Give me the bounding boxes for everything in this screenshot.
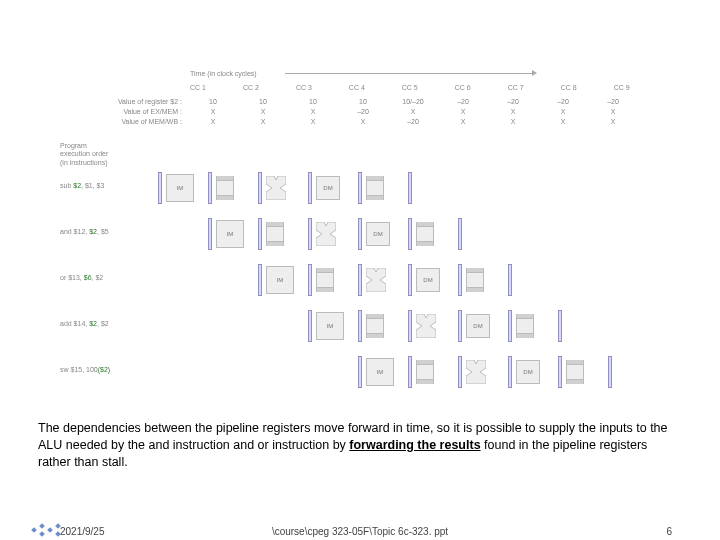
pipeline-register-icon <box>408 218 412 250</box>
instruction-label: add $14, $2, $2 <box>60 320 160 327</box>
im-stage-icon: IM <box>316 312 344 340</box>
dm-stage-icon: DM <box>416 268 440 292</box>
pipeline-register-icon <box>358 218 362 250</box>
row-val: –20 <box>538 98 588 105</box>
reg-stage-icon <box>416 222 434 246</box>
pipeline-register-icon <box>358 172 362 204</box>
row-val: –20 <box>338 108 388 115</box>
row-val: –20 <box>388 118 438 125</box>
pipeline-register-icon <box>558 310 562 342</box>
row-val: X <box>388 108 438 115</box>
pipeline-register-icon <box>258 218 262 250</box>
pipeline-register-icon <box>358 310 362 342</box>
row-label: Value of EX/MEM : <box>60 108 188 115</box>
pipeline-register-icon <box>408 264 412 296</box>
pipeline-register-icon <box>458 264 462 296</box>
alu-stage-icon <box>416 314 436 338</box>
row-val: –20 <box>588 98 638 105</box>
prog-label-line: Program <box>60 142 108 150</box>
reg-stage-icon <box>516 314 534 338</box>
row-val: 10 <box>338 98 388 105</box>
row-val: X <box>188 108 238 115</box>
row-val: 10 <box>288 98 338 105</box>
pipeline-register-icon <box>508 310 512 342</box>
reg-stage-icon <box>566 360 584 384</box>
dm-stage-icon: DM <box>366 222 390 246</box>
value-row-exmem: Value of EX/MEM : X X X –20 X X X X X <box>60 108 638 115</box>
slide-caption: The dependencies between the pipeline re… <box>38 420 682 471</box>
instruction-label: and $12, $2, $5 <box>60 228 160 235</box>
clock-cycle-headers: CC 1 CC 2 CC 3 CC 4 CC 5 CC 6 CC 7 CC 8 … <box>190 84 630 91</box>
instruction-row: sub $2, $1, $3IMRegDMReg <box>60 170 660 206</box>
pipeline-register-icon <box>258 172 262 204</box>
cc-label: CC 3 <box>296 84 312 91</box>
pipeline-register-icon <box>308 264 312 296</box>
pipeline-register-icon <box>308 172 312 204</box>
pipeline-register-icon <box>458 356 462 388</box>
alu-stage-icon <box>366 268 386 292</box>
caption-text-bold: forwarding the results <box>349 438 480 452</box>
prog-label-line: (in instructions) <box>60 159 108 167</box>
program-order-label: Program execution order (in instructions… <box>60 142 108 167</box>
cc-label: CC 9 <box>614 84 630 91</box>
time-axis-arrowhead <box>532 70 537 76</box>
pipeline-register-icon <box>358 356 362 388</box>
dm-stage-icon: DM <box>316 176 340 200</box>
row-val: –20 <box>438 98 488 105</box>
pipeline-register-icon <box>508 356 512 388</box>
alu-stage-icon <box>316 222 336 246</box>
alu-stage-icon <box>466 360 486 384</box>
row-val: X <box>538 108 588 115</box>
row-val: X <box>438 118 488 125</box>
instruction-label: sub $2, $1, $3 <box>60 182 160 189</box>
instruction-row: or $13, $6, $2IMRegDMReg <box>60 262 660 298</box>
row-val: X <box>438 108 488 115</box>
pipeline-register-icon <box>558 356 562 388</box>
cc-label: CC 4 <box>349 84 365 91</box>
slide-decoration-icon <box>30 522 70 536</box>
im-stage-icon: IM <box>166 174 194 202</box>
pipeline-register-icon <box>308 310 312 342</box>
dm-stage-icon: DM <box>516 360 540 384</box>
reg-stage-icon <box>416 360 434 384</box>
instruction-row: sw $15, 100($2)IMRegDMReg <box>60 354 660 390</box>
im-stage-icon: IM <box>216 220 244 248</box>
cc-label: CC 6 <box>455 84 471 91</box>
reg-stage-icon <box>216 176 234 200</box>
row-val: 10/–20 <box>388 98 438 105</box>
alu-stage-icon <box>266 176 286 200</box>
pipeline-diagram: Time (in clock cycles) CC 1 CC 2 CC 3 CC… <box>60 70 660 400</box>
row-label: Value of MEM/WB : <box>60 118 188 125</box>
dm-stage-icon: DM <box>466 314 490 338</box>
footer-page: 6 <box>666 526 672 537</box>
instruction-row: add $14, $2, $2IMRegDMReg <box>60 308 660 344</box>
row-val: –20 <box>488 98 538 105</box>
cc-label: CC 2 <box>243 84 259 91</box>
row-val: X <box>288 118 338 125</box>
time-axis-label: Time (in clock cycles) <box>190 70 257 77</box>
pipeline-register-icon <box>508 264 512 296</box>
im-stage-icon: IM <box>266 266 294 294</box>
pipeline-register-icon <box>408 310 412 342</box>
row-label: Value of register $2 : <box>60 98 188 105</box>
pipeline-register-icon <box>358 264 362 296</box>
row-val: X <box>238 118 288 125</box>
instruction-row: and $12, $2, $5IMRegDMReg <box>60 216 660 252</box>
reg-stage-icon <box>316 268 334 292</box>
cc-label: CC 5 <box>402 84 418 91</box>
reg-stage-icon <box>466 268 484 292</box>
row-val: X <box>538 118 588 125</box>
reg-stage-icon <box>366 176 384 200</box>
instruction-label: or $13, $6, $2 <box>60 274 160 281</box>
value-row-memwb: Value of MEM/WB : X X X X –20 X X X X <box>60 118 638 125</box>
pipeline-register-icon <box>308 218 312 250</box>
value-row-reg2: Value of register $2 : 10 10 10 10 10/–2… <box>60 98 638 105</box>
row-val: X <box>288 108 338 115</box>
row-val: X <box>488 118 538 125</box>
row-val: X <box>588 118 638 125</box>
pipeline-register-icon <box>458 218 462 250</box>
row-val: X <box>338 118 388 125</box>
cc-label: CC 8 <box>561 84 577 91</box>
im-stage-icon: IM <box>366 358 394 386</box>
pipeline-register-icon <box>208 172 212 204</box>
